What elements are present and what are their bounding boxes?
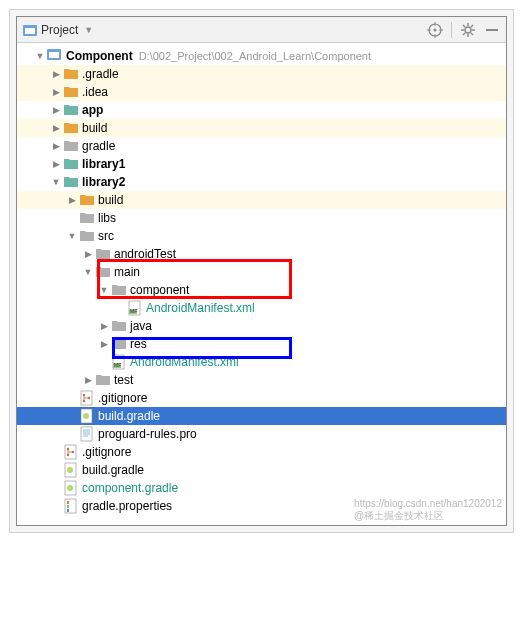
folder-icon [111, 336, 127, 352]
properties-file-icon [63, 498, 79, 514]
tree-item-proguard[interactable]: ▶proguard-rules.pro [17, 425, 506, 443]
tree-item-build-gradle-selected[interactable]: ▶build.gradle [17, 407, 506, 425]
chevron-down-icon[interactable]: ▼ [97, 285, 111, 295]
chevron-right-icon[interactable]: ▶ [49, 69, 63, 79]
project-tree[interactable]: ▼ Component D:\002_Project\002_Android_L… [17, 43, 506, 525]
tree-item-lib2-libs[interactable]: ▶libs [17, 209, 506, 227]
chevron-down-icon[interactable]: ▼ [49, 177, 63, 187]
chevron-right-icon[interactable]: ▶ [65, 195, 79, 205]
folder-icon [79, 192, 95, 208]
chevron-right-icon[interactable]: ▶ [81, 375, 95, 385]
tree-item-build[interactable]: ▶build [17, 119, 506, 137]
chevron-right-icon[interactable]: ▶ [49, 105, 63, 115]
folder-icon [95, 264, 111, 280]
folder-icon [63, 120, 79, 136]
text-file-icon [79, 426, 95, 442]
chevron-down-icon[interactable]: ▼ [65, 231, 79, 241]
gradle-file-icon [63, 462, 79, 478]
root-name: Component [66, 49, 133, 63]
chevron-right-icon[interactable]: ▶ [49, 123, 63, 133]
tree-root[interactable]: ▼ Component D:\002_Project\002_Android_L… [17, 47, 506, 65]
folder-icon [63, 138, 79, 154]
chevron-right-icon[interactable]: ▶ [81, 249, 95, 259]
project-view-selector[interactable]: Project ▼ [23, 23, 93, 37]
project-view-label: Project [41, 23, 78, 37]
tree-item-app[interactable]: ▶app [17, 101, 506, 119]
manifest-file-icon [127, 300, 143, 316]
project-toolbar: Project ▼ [17, 17, 506, 43]
collapse-icon [484, 22, 500, 38]
gear-icon [460, 22, 476, 38]
folder-icon [79, 228, 95, 244]
tree-item-library1[interactable]: ▶library1 [17, 155, 506, 173]
chevron-right-icon[interactable]: ▶ [97, 321, 111, 331]
git-file-icon [63, 444, 79, 460]
gradle-file-icon [79, 408, 95, 424]
tree-item-lib2-src[interactable]: ▼src [17, 227, 506, 245]
tree-item-gradle-dir[interactable]: ▶.gradle [17, 65, 506, 83]
watermark: https://blog.csdn.net/han1202012 @稀土掘金技术… [354, 498, 502, 523]
tree-item-manifest-2[interactable]: ▶AndroidManifest.xml [17, 353, 506, 371]
chevron-right-icon[interactable]: ▶ [49, 87, 63, 97]
tree-item-gradle[interactable]: ▶gradle [17, 137, 506, 155]
folder-icon [111, 318, 127, 334]
folder-icon [79, 210, 95, 226]
tree-item-idea-dir[interactable]: ▶.idea [17, 83, 506, 101]
tree-item-component-folder[interactable]: ▼component [17, 281, 506, 299]
module-icon [47, 48, 63, 64]
tree-item-androidtest[interactable]: ▶androidTest [17, 245, 506, 263]
tree-item-library2[interactable]: ▼library2 [17, 173, 506, 191]
tree-item-res[interactable]: ▶res [17, 335, 506, 353]
chevron-right-icon[interactable]: ▶ [49, 159, 63, 169]
chevron-right-icon[interactable]: ▶ [97, 339, 111, 349]
gradle-file-icon [63, 480, 79, 496]
tree-item-java[interactable]: ▶java [17, 317, 506, 335]
toolbar-divider [451, 22, 452, 38]
dropdown-arrow-icon: ▼ [84, 25, 93, 35]
chevron-right-icon[interactable]: ▶ [49, 141, 63, 151]
module-folder-icon [63, 102, 79, 118]
tree-item-root-gitignore[interactable]: ▶.gitignore [17, 443, 506, 461]
root-path: D:\002_Project\002_Android_Learn\Compone… [139, 50, 371, 62]
tree-item-component-gradle[interactable]: ▶component.gradle [17, 479, 506, 497]
collapse-button[interactable] [484, 22, 500, 38]
tree-item-root-build-gradle[interactable]: ▶build.gradle [17, 461, 506, 479]
folder-icon [63, 84, 79, 100]
module-folder-icon [63, 174, 79, 190]
folder-icon [95, 372, 111, 388]
tree-item-main[interactable]: ▼main [17, 263, 506, 281]
folder-icon [111, 282, 127, 298]
scroll-from-source-button[interactable] [427, 22, 443, 38]
tree-item-lib2-build[interactable]: ▶build [17, 191, 506, 209]
module-folder-icon [63, 156, 79, 172]
settings-button[interactable] [460, 22, 476, 38]
tree-item-test[interactable]: ▶test [17, 371, 506, 389]
tree-item-gitignore[interactable]: ▶.gitignore [17, 389, 506, 407]
git-file-icon [79, 390, 95, 406]
tree-item-manifest-1[interactable]: ▶AndroidManifest.xml [17, 299, 506, 317]
project-icon [23, 24, 37, 36]
manifest-file-icon [111, 354, 127, 370]
folder-icon [63, 66, 79, 82]
chevron-down-icon[interactable]: ▼ [81, 267, 95, 277]
chevron-down-icon[interactable]: ▼ [33, 51, 47, 61]
folder-icon [95, 246, 111, 262]
target-icon [427, 22, 443, 38]
